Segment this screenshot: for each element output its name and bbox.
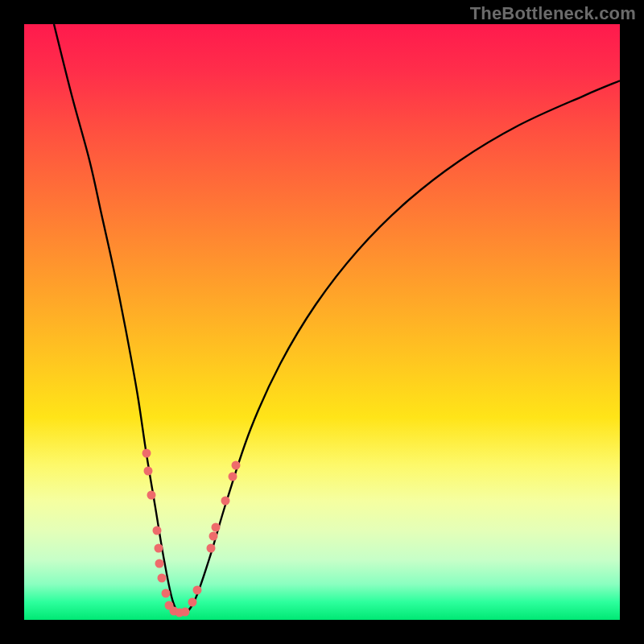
data-marker [229,473,237,481]
data-marker [180,608,189,617]
data-marker [209,532,218,541]
chart-container: TheBottleneck.com [0,0,644,644]
data-marker [147,490,155,499]
data-marker [221,497,230,506]
data-marker [153,526,162,535]
data-marker [143,467,152,476]
data-marker [142,448,151,457]
data-marker [157,574,166,583]
bottleneck-curve [54,24,620,614]
data-marker [231,460,240,469]
data-marker [162,588,171,597]
plot-area [24,24,620,620]
curve-svg [24,24,620,620]
data-marker [188,597,197,606]
data-marker [206,544,215,553]
watermark-text: TheBottleneck.com [470,3,636,24]
data-marker [192,586,201,595]
data-marker [155,559,163,568]
data-marker [154,544,163,553]
data-marker [212,523,221,532]
